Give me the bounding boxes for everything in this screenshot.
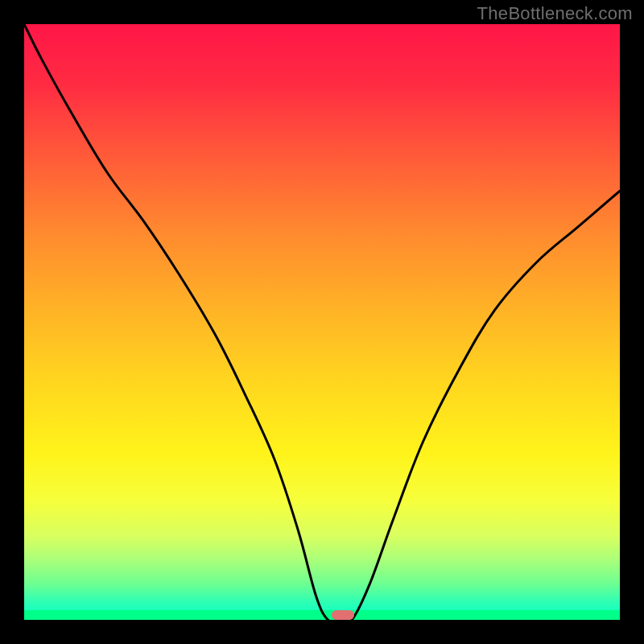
watermark-text: TheBottleneck.com: [477, 3, 633, 24]
bottleneck-curve: [24, 24, 620, 620]
chart-frame: TheBottleneck.com: [0, 0, 644, 644]
curve-path: [24, 24, 620, 620]
plot-area: [24, 24, 620, 620]
valley-marker: [332, 610, 354, 620]
